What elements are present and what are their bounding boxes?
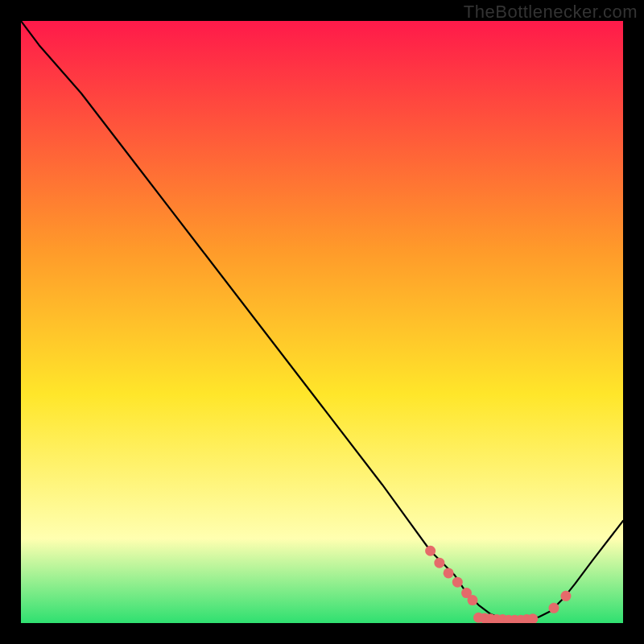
plot-area	[21, 21, 623, 623]
gradient-background	[21, 21, 623, 623]
data-marker	[452, 577, 463, 588]
watermark-text: TheBottlenecker.com	[464, 2, 638, 23]
chart-frame: TheBottlenecker.com	[0, 0, 644, 644]
data-marker	[560, 591, 571, 601]
data-marker	[425, 546, 436, 556]
data-marker	[434, 558, 444, 568]
data-marker	[548, 603, 559, 613]
chart-svg	[21, 21, 623, 623]
data-marker	[468, 595, 478, 605]
data-marker	[444, 568, 454, 578]
